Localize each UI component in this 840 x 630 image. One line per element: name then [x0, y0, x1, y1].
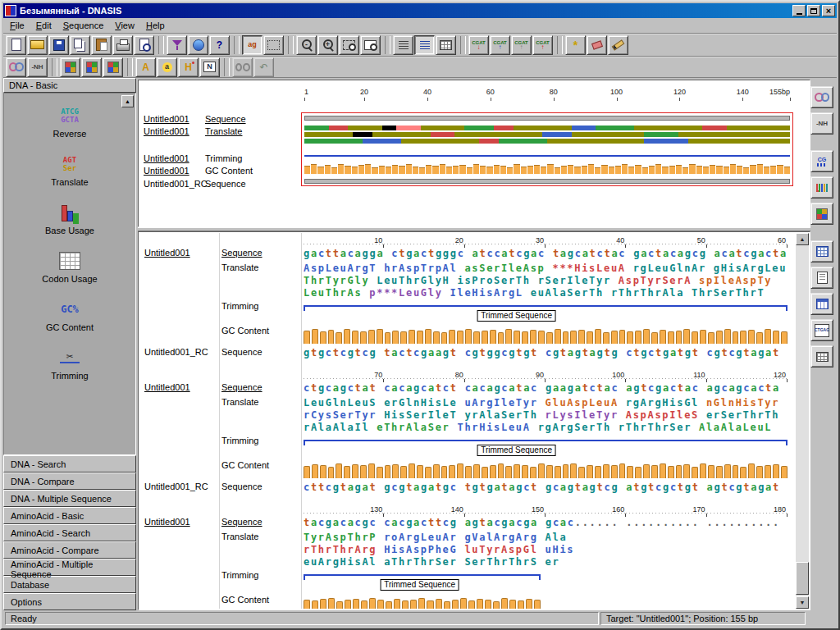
table-view-button[interactable]	[436, 35, 456, 55]
annotate-button[interactable]: *	[565, 35, 586, 55]
row-type-label[interactable]: Sequence	[218, 347, 300, 357]
matrix-view-button[interactable]	[810, 345, 833, 368]
tool-trimming[interactable]: ✂Trimming	[4, 347, 135, 381]
mark-uppercase-button[interactable]: A	[135, 57, 156, 77]
row-type-label[interactable]: Translate	[218, 532, 300, 541]
row-type-label[interactable]: Translate	[218, 262, 300, 272]
category-aminoacid-multiple-sequence[interactable]: AminoAcid - Multiple Sequence	[3, 559, 136, 576]
data-table-button[interactable]	[810, 293, 833, 315]
dna-toolset-button[interactable]	[810, 86, 833, 108]
overview-row-name[interactable]: Untitled001	[144, 114, 189, 124]
overview-row-type[interactable]: Sequence	[205, 179, 246, 189]
selection-mode-button[interactable]	[263, 35, 284, 55]
sequence-name-link[interactable]: Untitled001_RC	[139, 482, 218, 491]
row-type-label[interactable]: Trimming	[218, 436, 300, 445]
close-button[interactable]: ×	[822, 5, 835, 16]
overview-row-name[interactable]: Untitled001	[144, 153, 189, 163]
tool-reverse[interactable]: ATCGGCTAReverse	[4, 105, 135, 139]
merge-sequence-button[interactable]: CGAT	[532, 35, 553, 55]
sequence-name-link[interactable]: Untitled001	[139, 382, 218, 392]
overview-row-name[interactable]: Untitled001	[144, 126, 189, 136]
wrap-view-button[interactable]	[414, 35, 435, 55]
residue-display-button[interactable]: ag	[242, 35, 262, 55]
row-type-label[interactable]: Trimming	[218, 301, 300, 311]
zoom-selection-button[interactable]	[339, 35, 359, 55]
edit-pen-button[interactable]	[608, 35, 628, 55]
filter-button[interactable]	[167, 35, 187, 55]
menu-item-view[interactable]: View	[109, 19, 140, 32]
base-matrix-1-button[interactable]	[60, 57, 80, 77]
category-dna-compare[interactable]: DNA - Compare	[3, 472, 136, 490]
export-sequence-button[interactable]: CGAT	[490, 35, 510, 55]
app-icon[interactable]	[5, 5, 16, 16]
tool-base-usage[interactable]: Base Usage	[4, 202, 135, 235]
line-view-button[interactable]	[393, 35, 413, 55]
save-file-button[interactable]	[48, 35, 69, 55]
palette-scroll-up-button[interactable]: ▲	[121, 95, 134, 107]
row-type-label[interactable]: GC Content	[218, 595, 300, 605]
category-aminoacid-basic[interactable]: AminoAcid - Basic	[3, 507, 136, 524]
web-search-button[interactable]	[188, 35, 208, 55]
amino-terminal-button[interactable]: -NH	[27, 57, 48, 77]
menu-item-edit[interactable]: Edit	[30, 19, 57, 32]
row-type-label[interactable]: Sequence	[218, 248, 300, 258]
row-type-label[interactable]: Trimming	[218, 570, 300, 580]
gc-map-button[interactable]: CG	[810, 150, 833, 172]
category-aminoacid-search[interactable]: AminoAcid - Search	[3, 524, 136, 541]
category-aminoacid-compare[interactable]: AminoAcid - Compare	[3, 541, 136, 559]
undo-button[interactable]: ↶	[253, 57, 274, 77]
row-type-label[interactable]: Sequence	[218, 382, 300, 392]
copy-button[interactable]	[70, 35, 90, 55]
tool-codon-usage[interactable]: Codon Usage	[4, 250, 135, 284]
append-sequence-button[interactable]: CGAT	[511, 35, 532, 55]
import-sequence-button[interactable]: CGAT	[468, 35, 489, 55]
sequence-name-link[interactable]: Untitled001	[139, 248, 218, 258]
menu-item-help[interactable]: Help	[140, 19, 171, 32]
paste-button[interactable]	[91, 35, 112, 55]
menu-item-file[interactable]: File	[4, 19, 30, 32]
category-options[interactable]: Options	[3, 593, 136, 610]
tool-translate[interactable]: AGTSerTranslate	[4, 153, 135, 187]
overview-row-type[interactable]: Translate	[205, 126, 242, 136]
row-type-label[interactable]: Sequence	[218, 517, 300, 527]
sequence-name-link[interactable]: Untitled001_RC	[139, 347, 218, 357]
row-type-label[interactable]: GC Content	[218, 460, 300, 470]
result-grid-button[interactable]	[810, 240, 833, 262]
report-view-button[interactable]	[810, 267, 833, 289]
overview-row-type[interactable]: Sequence	[205, 114, 246, 124]
print-preview-button[interactable]	[134, 35, 154, 55]
row-type-label[interactable]: Sequence	[218, 482, 300, 491]
mark-lowercase-button[interactable]: a	[157, 57, 177, 77]
menu-item-sequence[interactable]: Sequence	[57, 19, 110, 32]
help-button[interactable]: ?	[209, 35, 230, 55]
category-dna-multiple-sequence[interactable]: DNA - Multiple Sequence	[3, 490, 136, 507]
base-matrix-3-button[interactable]	[103, 57, 123, 77]
overview-row-type[interactable]: Trimming	[205, 153, 242, 163]
sequence-text-view-button[interactable]: CTGAG	[810, 319, 833, 341]
zoom-out-button[interactable]: -	[296, 35, 317, 55]
maximize-button[interactable]	[807, 5, 820, 16]
zoom-in-button[interactable]: +	[317, 35, 338, 55]
open-file-button[interactable]	[27, 35, 48, 55]
amino-toolset-button[interactable]: -NH	[810, 112, 833, 135]
chromatogram-button[interactable]	[810, 176, 833, 199]
overview-row-type[interactable]: GC Content	[205, 166, 253, 176]
new-document-button[interactable]	[6, 35, 26, 55]
codon-grid-button[interactable]	[810, 203, 833, 225]
mark-highlight-button[interactable]: H	[178, 57, 199, 77]
find-button[interactable]	[232, 57, 253, 77]
sequence-name-link[interactable]: Untitled001	[139, 517, 218, 527]
ambiguity-code-button[interactable]: N	[199, 57, 220, 77]
overview-row-name[interactable]: Untitled001_RC	[144, 179, 208, 189]
zoom-full-button[interactable]	[360, 35, 381, 55]
tool-gc-content[interactable]: GC%GC Content	[4, 299, 135, 332]
minimize-button[interactable]	[792, 5, 806, 16]
row-type-label[interactable]: Translate	[218, 397, 300, 407]
print-button[interactable]	[112, 35, 133, 55]
palette-header[interactable]: DNA - Basic	[3, 78, 136, 93]
base-matrix-2-button[interactable]	[81, 57, 102, 77]
dna-link-button[interactable]	[6, 57, 26, 77]
erase-button[interactable]	[587, 35, 607, 55]
category-dna-search[interactable]: DNA - Search	[3, 455, 136, 472]
overview-row-name[interactable]: Untitled001	[144, 166, 189, 176]
